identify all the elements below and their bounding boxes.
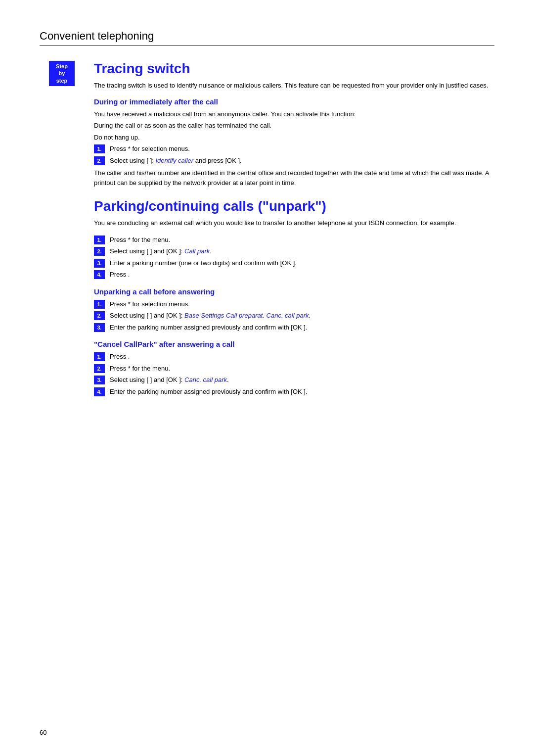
step-num-2: 2.	[94, 156, 105, 165]
call-park-italic: Call park	[184, 247, 210, 255]
step-4-parking-text: Press .	[110, 270, 130, 280]
step-3-parking: 3. Enter a parking number (one or two di…	[94, 258, 494, 268]
cancel-step-num-1: 1.	[94, 352, 105, 361]
step-4-cancel-text: Enter the parking number assigned previo…	[110, 387, 308, 397]
call-preparat-italic: Call preparat.	[226, 312, 265, 319]
unpark-step-num-2: 2.	[94, 311, 105, 320]
page-title: Convenient telephoning	[40, 30, 154, 42]
parking-step-num-2: 2.	[94, 247, 105, 256]
during-call-text2: During the call or as soon as the caller…	[94, 121, 494, 131]
step-3-parking-text: Enter a parking number (one or two digit…	[110, 258, 297, 268]
step-2-unpark: 2. Select using [ ] and [OK ]: Base Sett…	[94, 311, 494, 321]
cancel-callpark-title: "Cancel CallPark" after answering a call	[94, 340, 494, 348]
unparking-section: Unparking a call before answering 1. Pre…	[94, 287, 494, 332]
parking-step-num-1: 1.	[94, 236, 105, 244]
parking-title: Parking/continuing calls ("unpark")	[94, 198, 494, 214]
canc-call-park-italic: Canc. call park	[267, 312, 309, 319]
step-2-parking: 2. Select using [ ] and [OK ]: Call park…	[94, 246, 494, 256]
step-2-unpark-text: Select using [ ] and [OK ]: Base Setting…	[110, 311, 311, 321]
cancel-step-num-4: 4.	[94, 387, 105, 396]
step-1-cancel: 1. Press .	[94, 352, 494, 362]
step-by-step-badge: Step by step	[49, 61, 75, 86]
parking-section: Parking/continuing calls ("unpark") You …	[94, 198, 494, 280]
step-1-unpark: 1. Press * for selection menus.	[94, 299, 494, 309]
parking-step-num-3: 3.	[94, 259, 105, 268]
tracing-switch-title: Tracing switch	[94, 61, 494, 77]
cancel-callpark-section: "Cancel CallPark" after answering a call…	[94, 340, 494, 396]
page-number: 60	[40, 729, 46, 736]
left-sidebar: Step by step	[40, 61, 84, 398]
identify-caller-italic: Identify caller	[156, 157, 194, 164]
page: Convenient telephoning Step by step Trac…	[0, 0, 534, 756]
tracing-switch-section: Tracing switch The tracing switch is use…	[94, 61, 494, 188]
during-call-text1: You have received a malicious call from …	[94, 109, 494, 119]
step-1-cancel-text: Press .	[110, 352, 130, 362]
base-settings-italic: Base Settings	[184, 312, 224, 319]
step-2-tracing-text: Select using [ ]: Identify caller and pr…	[110, 156, 242, 166]
step-4-cancel: 4. Enter the parking number assigned pre…	[94, 387, 494, 397]
during-call-text3: Do not hang up.	[94, 133, 494, 142]
canc-call-park-italic-2: Canc. call park	[184, 376, 227, 383]
main-content: Tracing switch The tracing switch is use…	[94, 61, 494, 398]
step-1-parking-text: Press * for the menu.	[110, 235, 170, 245]
unpark-step-num-1: 1.	[94, 300, 105, 309]
unpark-step-num-3: 3.	[94, 323, 105, 332]
step-1-tracing: 1. Press * for selection menus.	[94, 144, 494, 154]
content-area: Step by step Tracing switch The tracing …	[40, 61, 494, 398]
tracing-switch-desc: The tracing switch is used to identify n…	[94, 81, 494, 91]
cancel-step-num-3: 3.	[94, 376, 105, 384]
during-call-title: During or immediately after the call	[94, 97, 494, 106]
page-header: Convenient telephoning	[40, 30, 494, 46]
step-1-parking: 1. Press * for the menu.	[94, 235, 494, 245]
step-2-cancel-text: Press * for the menu.	[110, 364, 170, 374]
during-call-subsection: During or immediately after the call You…	[94, 97, 494, 188]
cancel-step-num-2: 2.	[94, 364, 105, 373]
step-1-unpark-text: Press * for selection menus.	[110, 299, 190, 309]
step-2-tracing: 2. Select using [ ]: Identify caller and…	[94, 156, 494, 166]
step-3-unpark-text: Enter the parking number assigned previo…	[110, 323, 308, 332]
step-3-cancel-text: Select using [ ] and [OK ]: Canc. call p…	[110, 375, 229, 385]
step-num-1: 1.	[94, 144, 105, 153]
step-4-parking: 4. Press .	[94, 270, 494, 280]
unparking-title: Unparking a call before answering	[94, 287, 494, 296]
step-3-cancel: 3. Select using [ ] and [OK ]: Canc. cal…	[94, 375, 494, 385]
step-2-cancel: 2. Press * for the menu.	[94, 364, 494, 374]
step-2-parking-text: Select using [ ] and [OK ]: Call park.	[110, 246, 212, 256]
step-1-tracing-text: Press * for selection menus.	[110, 144, 190, 154]
caller-info-text: The caller and his/her number are identi…	[94, 168, 494, 188]
step-3-unpark: 3. Enter the parking number assigned pre…	[94, 323, 494, 332]
parking-desc: You are conducting an external call whic…	[94, 218, 494, 228]
parking-step-num-4: 4.	[94, 270, 105, 279]
